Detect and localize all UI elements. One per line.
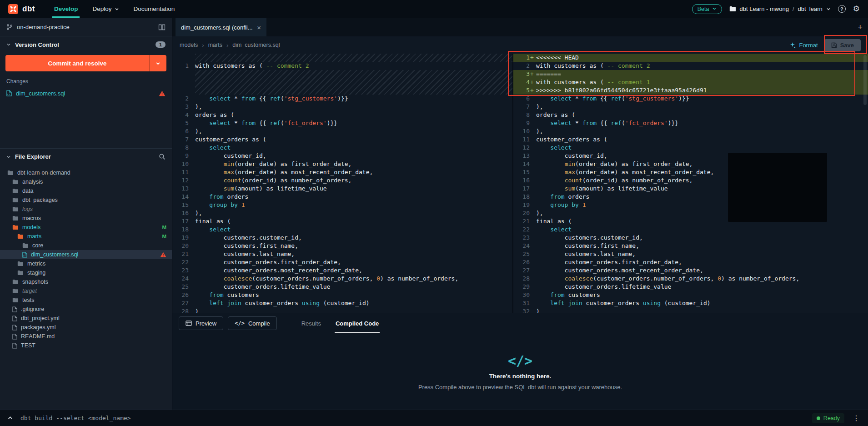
help-icon: ? <box>838 5 846 13</box>
command-input[interactable] <box>20 415 807 421</box>
diff-marker <box>189 209 195 217</box>
chevron-down-icon <box>115 7 119 11</box>
code-text: min(order_date) as first_order_date, <box>195 160 512 168</box>
status-dot-icon <box>817 416 820 420</box>
settings-button[interactable]: ⚙ <box>853 5 860 13</box>
new-tab-icon[interactable]: + <box>858 18 863 36</box>
dbt-logo[interactable]: dbt <box>8 4 35 14</box>
tree-item-readme-md[interactable]: README.md <box>0 332 172 341</box>
navbar-menu: DevelopDeployDocumentation <box>47 0 182 18</box>
tree-item-test[interactable]: TEST <box>0 341 172 350</box>
tree-item-tests[interactable]: tests <box>0 296 172 305</box>
tree-item-label: target <box>22 288 37 294</box>
tree-item-snapshots[interactable]: snapshots <box>0 277 172 286</box>
changed-file-name: dim_customers.sql <box>16 90 65 97</box>
project-picker[interactable]: dbt Learn - mwong / dbt_learn <box>729 5 831 12</box>
code-text: ======= <box>536 70 868 78</box>
format-button[interactable]: Format <box>789 42 818 49</box>
tree-item-metrics[interactable]: metrics <box>0 259 172 268</box>
search-icon[interactable] <box>159 153 166 160</box>
nav-item-deploy[interactable]: Deploy <box>85 0 126 18</box>
tree-item-label: logs <box>22 206 33 212</box>
tree-item-core[interactable]: core <box>0 241 172 250</box>
code-text: left join customer_orders using (custome… <box>195 299 512 307</box>
code-line: 10), <box>513 127 868 135</box>
expand-panel-chevron-icon[interactable] <box>5 415 15 421</box>
tree-item-logs[interactable]: logs <box>0 205 172 214</box>
panel-tabs: ResultsCompiled Code <box>294 313 386 333</box>
tree-item-label: dbt_project.yml <box>21 315 60 321</box>
tree-item-packages-yml[interactable]: packages.yml <box>0 323 172 332</box>
tree-item-label: marts <box>27 233 41 240</box>
tree-item-gitignore[interactable]: .gitignore <box>0 305 172 314</box>
close-icon[interactable]: × <box>257 24 261 31</box>
line-number: 15 <box>172 201 189 209</box>
git-branch-icon <box>6 24 13 30</box>
preview-label: Preview <box>196 320 216 327</box>
diff-marker <box>530 95 536 103</box>
line-number: 24 <box>513 242 530 250</box>
kebab-menu-icon[interactable]: ⋮ <box>850 414 863 422</box>
tree-item-staging[interactable]: staging <box>0 268 172 277</box>
editor-pane-local[interactable]: 1with customers as ( -- comment 22 selec… <box>172 54 513 313</box>
docs-icon[interactable] <box>158 24 166 30</box>
commit-options-chevron[interactable] <box>149 55 166 71</box>
branch-selector[interactable]: on-demand-practice <box>0 18 172 36</box>
line-number: 5 <box>513 86 530 95</box>
tree-item-macros[interactable]: macros <box>0 214 172 223</box>
line-number: 29 <box>513 283 530 291</box>
diff-marker <box>189 258 195 266</box>
code-text: ), <box>195 127 512 135</box>
code-text: select * from {{ ref('fct_orders')}} <box>195 119 512 127</box>
code-text: customer_orders.first_order_date, <box>536 258 868 266</box>
tree-item-analysis[interactable]: analysis <box>0 177 172 186</box>
file-icon <box>12 325 17 331</box>
code-text: count(order_id) as number_of_orders, <box>195 176 512 185</box>
scrollbar-thumb[interactable] <box>863 55 867 105</box>
tree-item-target[interactable]: target <box>0 286 172 296</box>
beta-dropdown[interactable]: Beta <box>692 4 722 14</box>
version-control-header[interactable]: Version Control 1 <box>0 36 172 53</box>
code-text: max(order_date) as most_recent_order_dat… <box>195 168 512 176</box>
tree-item-dim-customers-sql[interactable]: dim_customers.sql <box>0 250 172 259</box>
breadcrumb-item: dim_customers.sql <box>232 42 280 48</box>
tab-compiled-code[interactable]: Compiled Code <box>328 313 386 333</box>
editor-pane-conflict[interactable]: 1+<<<<<<< HEAD2with customers as ( -- co… <box>513 54 868 313</box>
format-label: Format <box>799 42 818 49</box>
tab-dim-customers-sql[interactable]: dim_customers.sql (confli... × <box>176 18 266 36</box>
code-text: select <box>195 144 512 152</box>
nav-item-develop[interactable]: Develop <box>47 0 85 18</box>
content-row: on-demand-practice Version Control 1 Com… <box>0 18 868 410</box>
commit-and-resolve-button[interactable]: Commit and resolve <box>5 55 166 71</box>
tree-item-label: snapshots <box>22 279 48 285</box>
code-text: customers.first_name, <box>536 242 868 250</box>
code-text: customers.last_name, <box>195 250 512 258</box>
file-explorer-header[interactable]: File Explorer <box>0 148 172 165</box>
tree-item-data[interactable]: data <box>0 186 172 195</box>
save-button[interactable]: Save <box>824 39 861 51</box>
line-number: 30 <box>513 291 530 299</box>
code-text: sum(amount) as lifetime_value <box>195 185 512 193</box>
file-icon <box>12 334 17 340</box>
line-number: 4 <box>513 78 530 86</box>
help-button[interactable]: ? <box>838 5 846 13</box>
line-number: 16 <box>172 209 189 217</box>
diff-marker <box>530 209 536 217</box>
line-number: 10 <box>513 127 530 135</box>
changed-file-row[interactable]: dim_customers.sql <box>0 87 172 99</box>
tree-item-dbt-project-yml[interactable]: dbt_project.yml <box>0 314 172 323</box>
tree-item-dbt-packages[interactable]: dbt_packages <box>0 195 172 205</box>
diff-marker <box>530 62 536 70</box>
code-text: customer_orders.most_recent_order_date, <box>195 266 512 275</box>
tab-results[interactable]: Results <box>294 313 328 333</box>
compile-button[interactable]: </> Compile <box>228 316 276 330</box>
code-line: 26 customer_orders.first_order_date, <box>513 258 868 266</box>
status-label: Ready <box>823 415 840 421</box>
tree-item-models[interactable]: modelsM <box>0 223 172 232</box>
code-text: customer_orders.lifetime_value <box>195 283 512 291</box>
preview-button[interactable]: Preview <box>179 316 223 330</box>
code-line: 4orders as ( <box>172 111 512 119</box>
nav-item-documentation[interactable]: Documentation <box>126 0 182 18</box>
tree-item-marts[interactable]: martsM <box>0 232 172 241</box>
tree-item-dbt-learn-on-demand[interactable]: dbt-learn-on-demand <box>0 168 172 177</box>
